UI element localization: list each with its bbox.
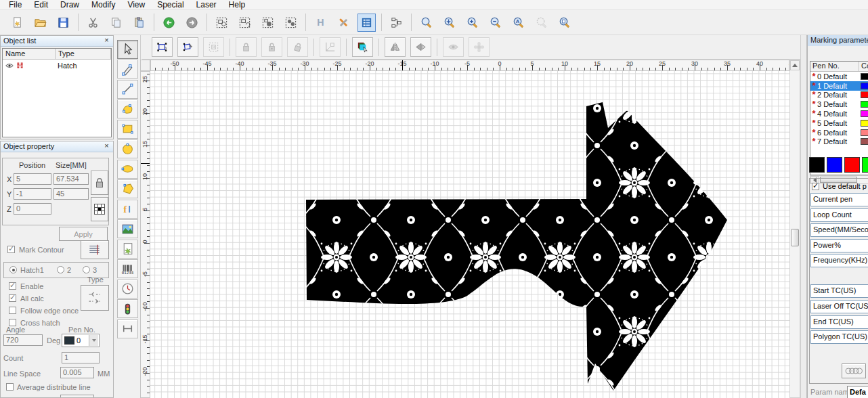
- tool-array-copy[interactable]: [203, 37, 224, 57]
- color-column-header[interactable]: Color: [859, 62, 868, 71]
- object-list-row[interactable]: Hatch: [3, 60, 111, 71]
- param-field-current-pen[interactable]: Current pen: [810, 193, 868, 206]
- z-position-field[interactable]: 0: [14, 203, 51, 215]
- tool-zoom-out[interactable]: [486, 14, 504, 32]
- menu-help[interactable]: Help: [223, 0, 252, 10]
- tool-object-list-view[interactable]: [357, 14, 376, 32]
- pen-row[interactable]: *4 Default: [810, 109, 868, 118]
- pen-row[interactable]: *1 Default: [810, 81, 868, 91]
- tool-transform-rotate[interactable]: [177, 37, 198, 57]
- tool-jump-origin[interactable]: [320, 37, 341, 57]
- tool-polygon[interactable]: [117, 179, 138, 198]
- tool-sel-points[interactable]: [282, 14, 300, 32]
- param-field-speed-mm-seco[interactable]: Speed(MM/Seco: [810, 223, 868, 237]
- tool-lock-y[interactable]: [261, 37, 282, 57]
- menu-draw[interactable]: Draw: [54, 0, 85, 10]
- param-field-start-tc-us-[interactable]: Start TC(US): [810, 284, 868, 298]
- tool-sel-marquee[interactable]: [213, 14, 231, 32]
- enable-checkbox[interactable]: [9, 282, 16, 290]
- menu-laser[interactable]: Laser: [190, 0, 223, 10]
- menu-edit[interactable]: Edit: [28, 0, 54, 10]
- color-swatch[interactable]: [844, 157, 860, 173]
- param-field-end-tc-us-[interactable]: End TC(US): [810, 315, 868, 329]
- edge-offset-field[interactable]: 0: [60, 395, 94, 398]
- param-field-frequency-khz-[interactable]: Frequency(KHz): [810, 254, 868, 267]
- tool-zoom-pan[interactable]: [440, 14, 458, 32]
- color-swatch[interactable]: [809, 157, 825, 173]
- tool-open[interactable]: [31, 14, 49, 32]
- menu-modify[interactable]: Modify: [85, 0, 121, 10]
- column-header-type[interactable]: Type: [56, 49, 111, 60]
- tool-traffic-light[interactable]: [117, 299, 138, 318]
- tool-settings-wrench[interactable]: [334, 14, 353, 32]
- menu-special[interactable]: Special: [151, 0, 190, 10]
- menu-file[interactable]: File: [3, 0, 28, 10]
- tool-clock[interactable]: [117, 280, 138, 298]
- line-space-field[interactable]: 0.005: [60, 367, 94, 378]
- tool-transform-scale[interactable]: [152, 37, 173, 57]
- scroll-up-button[interactable]: [790, 60, 800, 70]
- follow-edge-checkbox[interactable]: [9, 307, 16, 314]
- tool-select-pointer[interactable]: [117, 40, 138, 59]
- pen-row[interactable]: *5 Default: [810, 118, 868, 128]
- mark-contour-checkbox[interactable]: [7, 246, 15, 253]
- tool-system-diagram[interactable]: [387, 14, 406, 32]
- tool-preview-eye[interactable]: [443, 37, 464, 57]
- pen-row[interactable]: *6 Default: [810, 128, 868, 137]
- hatch2-radio[interactable]: [57, 266, 64, 273]
- tool-delay[interactable]: [117, 319, 138, 338]
- vertical-scroll-thumb[interactable]: [791, 229, 799, 246]
- tool-rectangle[interactable]: [117, 120, 138, 139]
- menu-view[interactable]: View: [121, 0, 151, 10]
- tool-vector-file[interactable]: [117, 240, 138, 259]
- tool-sel-rotate[interactable]: [236, 14, 254, 32]
- param-field-power-[interactable]: Power%: [810, 239, 868, 252]
- pen-wizard-button[interactable]: [842, 363, 866, 378]
- tool-mirror-vertical[interactable]: [385, 37, 406, 57]
- pen-row[interactable]: *3 Default: [810, 100, 868, 109]
- tool-lock-tilt[interactable]: [287, 37, 308, 57]
- pen-no-dropdown[interactable]: 0: [62, 334, 100, 347]
- param-field-laser-off-tc-us-[interactable]: Laser Off TC(US): [810, 300, 868, 313]
- tool-lock-x[interactable]: [236, 37, 257, 57]
- tool-preview-flower[interactable]: [469, 37, 490, 57]
- tool-copy[interactable]: [107, 14, 125, 32]
- dropdown-arrow-icon[interactable]: [89, 335, 98, 346]
- contour-hatch-button[interactable]: [81, 240, 109, 259]
- tool-mirror-horizontal[interactable]: [410, 37, 431, 57]
- all-calc-checkbox[interactable]: [9, 294, 16, 302]
- apply-button[interactable]: Apply: [59, 227, 108, 241]
- hatch1-radio[interactable]: [9, 266, 17, 273]
- pen-row[interactable]: *2 Default: [810, 91, 868, 100]
- hatch-object-arrow[interactable]: [150, 71, 789, 398]
- tool-zoom-select[interactable]: [532, 14, 550, 32]
- tool-cut[interactable]: [84, 14, 102, 32]
- tool-text[interactable]: fI: [117, 200, 138, 219]
- count-field[interactable]: 1: [62, 352, 100, 363]
- tool-zoom-all[interactable]: A: [509, 14, 527, 32]
- color-swatch[interactable]: [862, 157, 868, 173]
- tool-zoom-in[interactable]: [463, 14, 481, 32]
- tool-barcode[interactable]: 01234: [117, 259, 138, 278]
- vertical-scrollbar[interactable]: [789, 60, 800, 398]
- avg-distribute-checkbox[interactable]: [6, 383, 14, 391]
- tool-sel-pick[interactable]: [259, 14, 277, 32]
- pen-row[interactable]: *7 Default: [810, 137, 868, 147]
- column-header-name[interactable]: Name: [3, 49, 56, 60]
- tool-zoom-window[interactable]: [417, 14, 435, 32]
- visible-eye-icon[interactable]: [5, 61, 16, 70]
- color-swatch[interactable]: [827, 157, 842, 173]
- drawing-area[interactable]: [150, 71, 789, 398]
- tool-zoom-page[interactable]: [555, 14, 573, 32]
- tool-redo[interactable]: [183, 14, 201, 32]
- panel-splitter[interactable]: [800, 35, 807, 398]
- hatch3-radio[interactable]: [83, 266, 90, 273]
- tool-circle[interactable]: [117, 139, 138, 158]
- x-size-field[interactable]: 67.534: [53, 173, 89, 185]
- tool-hatch-h[interactable]: H: [311, 14, 330, 32]
- aspect-lock-button[interactable]: [91, 171, 108, 195]
- x-position-field[interactable]: 5: [14, 173, 51, 185]
- y-position-field[interactable]: -1: [14, 188, 51, 200]
- tool-save[interactable]: [54, 14, 72, 32]
- pen-no-column-header[interactable]: Pen No.: [810, 62, 859, 71]
